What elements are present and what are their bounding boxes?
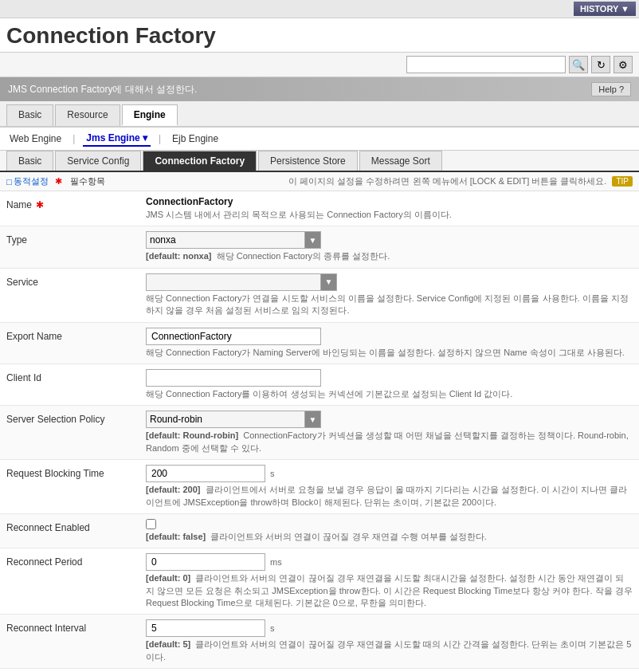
field-server-selection-policy: Server Selection Policy Round-robin Rand… (0, 406, 639, 460)
content-client-id: 해당 Connection Factory를 이용하여 생성되는 커넥션에 기본… (146, 369, 633, 400)
field-reconnect-enabled: Reconnect Enabled [default: false] 클라이언트… (0, 514, 639, 548)
content-server-selection-policy: Round-robin Random ▼ [default: Round-rob… (146, 411, 633, 454)
desc-export-name: 해당 Connection Factory가 Naming Server에 바인… (146, 347, 633, 359)
content-reconnect-enabled: [default: false] 클라이언트와 서버의 연결이 끊어질 경우 재… (146, 519, 633, 543)
tab-engine[interactable]: Engine (122, 104, 178, 126)
desc-request-blocking-time: [default: 200] 클라이언트에서 서버로 요청을 보낼 경우 응답이… (146, 484, 633, 509)
settings-link[interactable]: □ 동적설정 (6, 175, 49, 187)
field-export-name: Export Name 해당 Connection Factory가 Namin… (0, 323, 639, 364)
select-service[interactable] (146, 273, 321, 291)
unit-reconnect-interval: s (270, 623, 275, 633)
label-name: Name ✱ (6, 196, 146, 210)
action-left: □ 동적설정 ✱ 필수항목 (6, 175, 105, 187)
settings-icon: □ (6, 177, 12, 187)
label-reconnect-period: Reconnect Period (6, 553, 146, 568)
label-type: Type (6, 231, 146, 246)
checkbox-reconnect-enabled[interactable] (146, 519, 156, 529)
content-service: ▼ 해당 Connection Factory가 연결을 시도할 서비스의 이름… (146, 273, 633, 317)
label-export-name: Export Name (6, 328, 146, 342)
content-export-name: 해당 Connection Factory가 Naming Server에 바인… (146, 328, 633, 359)
nav-tab-connection-factory[interactable]: Connection Factory (143, 151, 257, 171)
subtab-web-engine[interactable]: Web Engine (6, 132, 65, 146)
field-reconnect-period: Reconnect Period ms [default: 0] 클라이언트와 … (0, 548, 639, 615)
form-area: Name ✱ ConnectionFactory JMS 시스템 내에서 관리의… (0, 191, 639, 669)
select-type-arrow[interactable]: ▼ (305, 231, 321, 249)
history-label: HISTORY ▼ (580, 4, 629, 14)
tab-resource[interactable]: Resource (55, 104, 120, 126)
select-server-selection-policy[interactable]: Round-robin Random (146, 411, 305, 428)
field-request-blocking-time: Request Blocking Time s [default: 200] 클… (0, 460, 639, 514)
engine-sub-tab-row: Web Engine | Jms Engine ▾ | Ejb Engine (0, 128, 639, 151)
action-right: 이 페이지의 설정을 수정하려면 왼쪽 메뉴에서 [LOCK & EDIT] 버… (288, 175, 633, 187)
description-text: JMS Connection Factory에 대해서 설정한다. (8, 83, 197, 96)
select-type[interactable]: nonxa xa (146, 231, 305, 249)
tab-basic[interactable]: Basic (6, 104, 53, 126)
history-button[interactable]: HISTORY ▼ (574, 2, 636, 16)
search-button[interactable]: 🔍 (569, 56, 588, 73)
field-client-id: Client Id 해당 Connection Factory를 이용하여 생성… (0, 364, 639, 406)
action-bar: □ 동적설정 ✱ 필수항목 이 페이지의 설정을 수정하려면 왼쪽 메뉴에서 [… (0, 172, 639, 191)
content-reconnect-period: ms [default: 0] 클라이언트와 서버의 연결이 끊어질 경우 재연… (146, 553, 633, 609)
top-bar: HISTORY ▼ (0, 0, 639, 18)
help-button[interactable]: Help ? (591, 82, 631, 96)
nav-tab-row: Basic Service Config Connection Factory … (0, 151, 639, 172)
desc-server-selection-policy: [default: Round-robin] ConnectionFactory… (146, 430, 633, 454)
settings-label: 동적설정 (14, 175, 49, 187)
input-reconnect-interval[interactable] (146, 619, 265, 637)
desc-client-id: 해당 Connection Factory를 이용하여 생성되는 커넥션에 기본… (146, 388, 633, 400)
label-client-id: Client Id (6, 369, 146, 383)
desc-type: [default: nonxa] 해당 Connection Factory의 … (146, 250, 633, 262)
subtab-jms-engine[interactable]: Jms Engine ▾ (83, 131, 151, 147)
desc-reconnect-period: [default: 0] 클라이언트와 서버의 연결이 끊어질 경우 재연결을 … (146, 572, 633, 609)
label-reconnect-enabled: Reconnect Enabled (6, 519, 146, 533)
required-star: ✱ (55, 176, 62, 187)
settings-icon-button[interactable]: ⚙ (614, 56, 633, 73)
value-name: ConnectionFactory (146, 196, 633, 207)
desc-name: JMS 시스템 내에서 관리의 목적으로 사용되는 Connection Fac… (146, 209, 633, 221)
nav-tab-service-config[interactable]: Service Config (55, 151, 141, 171)
tip-badge: TIP (612, 176, 633, 187)
content-type: nonxa xa ▼ [default: nonxa] 해당 Connectio… (146, 231, 633, 262)
unit-reconnect-period: ms (270, 557, 282, 567)
label-server-selection-policy: Server Selection Policy (6, 411, 146, 425)
search-bar: 🔍 ↻ ⚙ (0, 53, 639, 77)
label-reconnect-interval: Reconnect Interval (6, 619, 146, 634)
content-request-blocking-time: s [default: 200] 클라이언트에서 서버로 요청을 보낼 경우 응… (146, 465, 633, 509)
label-service: Service (6, 273, 146, 288)
help-label: Help ? (598, 84, 624, 94)
nav-tab-persistence-store[interactable]: Persistence Store (258, 151, 358, 171)
notice-text: 이 페이지의 설정을 수정하려면 왼쪽 메뉴에서 [LOCK & EDIT] 버… (288, 176, 606, 186)
desc-reconnect-enabled: [default: false] 클라이언트와 서버의 연결이 끊어질 경우 재… (146, 531, 633, 543)
refresh-button[interactable]: ↻ (591, 56, 610, 73)
unit-request-blocking-time: s (270, 469, 275, 478)
input-reconnect-period[interactable] (146, 553, 265, 571)
input-request-blocking-time[interactable] (146, 465, 265, 482)
description-bar: JMS Connection Factory에 대해서 설정한다. Help ? (0, 77, 639, 101)
search-input[interactable] (406, 56, 566, 73)
desc-reconnect-interval: [default: 5] 클라이언트와 서버의 연결이 끊어질 경우 재연결을 … (146, 639, 633, 663)
main-tab-row: Basic Resource Engine (0, 101, 639, 128)
select-ssp-arrow[interactable]: ▼ (305, 411, 321, 428)
select-service-arrow[interactable]: ▼ (321, 273, 337, 291)
input-client-id[interactable] (146, 369, 321, 387)
nav-tab-message-sort[interactable]: Message Sort (359, 151, 442, 171)
field-service: Service ▼ 해당 Connection Factory가 연결을 시도할… (0, 269, 639, 323)
subtab-ejb-engine[interactable]: Ejb Engine (169, 132, 221, 146)
required-label: 필수항목 (70, 175, 105, 187)
page-title: Connection Factory (0, 18, 639, 53)
content-name: ConnectionFactory JMS 시스템 내에서 관리의 목적으로 사… (146, 196, 633, 221)
desc-service: 해당 Connection Factory가 연결을 시도할 서비스의 이름을 … (146, 293, 633, 317)
field-type: Type nonxa xa ▼ [default: nonxa] 해당 Conn… (0, 226, 639, 268)
label-request-blocking-time: Request Blocking Time (6, 465, 146, 479)
nav-tab-basic[interactable]: Basic (6, 151, 53, 171)
field-name: Name ✱ ConnectionFactory JMS 시스템 내에서 관리의… (0, 191, 639, 226)
content-reconnect-interval: s [default: 5] 클라이언트와 서버의 연결이 끊어질 경우 재연결… (146, 619, 633, 663)
field-reconnect-interval: Reconnect Interval s [default: 5] 클라이언트와… (0, 615, 639, 669)
input-export-name[interactable] (146, 328, 321, 345)
